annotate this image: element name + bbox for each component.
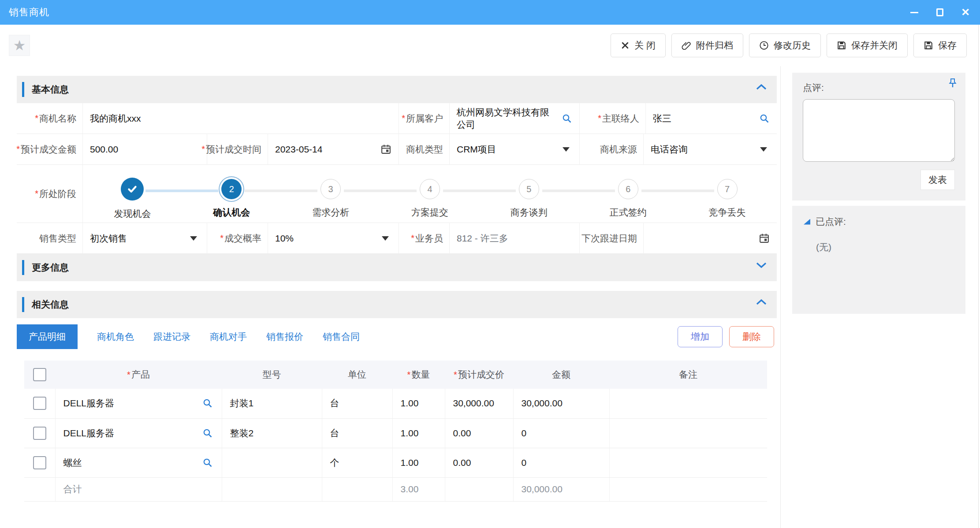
table-header-row: *产品 型号 单位 *数量 *预计成交价 金额 备注 (24, 361, 767, 389)
stage-step-3-circle[interactable]: 3 (320, 179, 341, 199)
opportunity-type-select[interactable]: CRM项目 (450, 134, 580, 165)
dropdown-caret-icon[interactable] (382, 236, 389, 241)
salesman-field: 812 - 许三多 (450, 223, 580, 254)
save-and-close-button[interactable]: 保存并关闭 (827, 33, 908, 57)
product-cell[interactable]: DELL服务器 (63, 397, 115, 409)
comment-textarea[interactable] (803, 99, 955, 162)
search-icon[interactable] (759, 113, 770, 124)
comment-card: 点评: 发表 (792, 73, 965, 201)
stage-step-6-circle[interactable]: 6 (618, 179, 638, 199)
model-cell[interactable]: 整装2 (222, 418, 322, 448)
tab-opportunity-role[interactable]: 商机角色 (97, 331, 134, 343)
unit-cell[interactable]: 个 (322, 448, 392, 477)
opportunity-source-value: 电话咨询 (651, 143, 756, 156)
chevron-up-icon[interactable] (756, 84, 767, 90)
dropdown-caret-icon[interactable] (760, 147, 767, 152)
expected-date-field[interactable]: 2023-05-14 (268, 134, 399, 165)
price-cell[interactable]: 0.00 (445, 448, 513, 477)
search-icon[interactable] (202, 428, 213, 439)
product-cell[interactable]: 螺丝 (63, 457, 82, 469)
model-cell[interactable]: 封装1 (222, 389, 322, 418)
tab-follow-record[interactable]: 跟进记录 (153, 331, 190, 343)
chevron-up-icon[interactable] (756, 299, 767, 305)
favorite-star-button[interactable]: ★ (9, 35, 30, 56)
unit-cell[interactable]: 台 (322, 418, 392, 448)
product-cell[interactable]: DELL服务器 (63, 427, 115, 439)
search-icon[interactable] (202, 457, 213, 468)
row-checkbox[interactable] (33, 427, 46, 440)
contact-label: *主联络人 (580, 103, 646, 134)
qty-cell[interactable]: 1.00 (392, 389, 445, 418)
dropdown-caret-icon[interactable] (563, 147, 570, 152)
window-controls: ✕ (909, 7, 971, 18)
clock-icon (759, 41, 769, 50)
customer-value: 杭州网易文学科技有限公司 (457, 106, 558, 131)
stage-step-5-circle[interactable]: 5 (519, 179, 539, 199)
calendar-icon[interactable] (380, 144, 391, 155)
paperclip-icon (682, 41, 691, 50)
pin-icon[interactable] (948, 78, 958, 89)
opportunity-name-field[interactable]: 我的商机xxx (83, 103, 399, 134)
search-icon[interactable] (562, 113, 572, 124)
delete-button[interactable]: 删除 (729, 326, 774, 347)
remark-cell[interactable] (609, 418, 767, 448)
col-product: *产品 (55, 361, 222, 389)
row-checkbox[interactable] (33, 397, 46, 410)
stage-step-7-circle[interactable]: 7 (717, 179, 738, 199)
model-cell[interactable] (222, 448, 322, 477)
unit-cell[interactable]: 台 (322, 389, 392, 418)
price-cell[interactable]: 0.00 (445, 418, 513, 448)
tab-sales-quote[interactable]: 销售报价 (266, 331, 303, 343)
close-icon[interactable]: ✕ (960, 7, 971, 18)
opportunity-type-value: CRM项目 (457, 143, 559, 156)
close-button[interactable]: 关 闭 (611, 33, 666, 57)
stage-step-2-circle[interactable]: 2 (221, 179, 242, 199)
window-titlebar: 销售商机 ✕ (0, 0, 980, 25)
calendar-icon[interactable] (759, 233, 770, 244)
section-more-info: 更多信息 (17, 254, 777, 281)
opportunity-source-select[interactable]: 电话咨询 (644, 134, 777, 165)
qty-cell[interactable]: 1.00 (392, 418, 445, 448)
stage-step-3: 3 需求分析 (281, 174, 380, 220)
related-info-title: 相关信息 (32, 298, 69, 311)
probability-select[interactable]: 10% (268, 223, 399, 254)
probability-label: *成交概率 (207, 223, 268, 254)
stage-step-1-circle[interactable] (121, 178, 144, 201)
tab-opportunity-rival[interactable]: 商机对手 (210, 331, 247, 343)
commented-card: 已点评: (无) (792, 206, 965, 314)
modify-history-label: 修改历史 (774, 39, 811, 52)
tab-sales-contract[interactable]: 销售合同 (323, 331, 360, 343)
attachment-archive-button[interactable]: 附件归档 (671, 33, 743, 57)
chevron-down-icon[interactable] (756, 262, 767, 268)
row-checkbox[interactable] (33, 456, 46, 469)
expected-amount-field[interactable]: 500.00 (83, 134, 207, 165)
next-follow-date-field[interactable] (644, 223, 777, 254)
customer-field[interactable]: 杭州网易文学科技有限公司 (450, 103, 580, 134)
minimize-icon[interactable] (909, 7, 920, 18)
stage-step-6: 6 正式签约 (578, 174, 678, 220)
dropdown-caret-icon[interactable] (190, 236, 197, 241)
add-button[interactable]: 增加 (678, 326, 723, 347)
close-button-label: 关 闭 (634, 39, 656, 52)
contact-field[interactable]: 张三 (646, 103, 777, 134)
remark-cell[interactable] (609, 448, 767, 477)
search-icon[interactable] (202, 398, 213, 409)
probability-value: 10% (275, 233, 378, 244)
modify-history-button[interactable]: 修改历史 (749, 33, 821, 57)
salesman-value: 812 - 许三多 (457, 232, 572, 245)
save-button[interactable]: 保存 (913, 33, 967, 57)
sales-type-select[interactable]: 初次销售 (83, 223, 207, 254)
price-cell[interactable]: 30,000.00 (445, 389, 513, 418)
stage-step-4-circle[interactable]: 4 (420, 179, 440, 199)
attachment-archive-label: 附件归档 (696, 39, 733, 52)
section-accent-bar (22, 260, 24, 275)
scrollbar-track[interactable] (978, 25, 979, 528)
expected-date-value: 2023-05-14 (275, 144, 377, 155)
tab-product-detail[interactable]: 产品明细 (17, 324, 78, 349)
remark-cell[interactable] (609, 389, 767, 418)
select-all-checkbox[interactable] (33, 368, 46, 381)
publish-button[interactable]: 发表 (920, 170, 955, 190)
maximize-icon[interactable] (934, 7, 946, 18)
commented-header[interactable]: 已点评: (804, 216, 954, 228)
qty-cell[interactable]: 1.00 (392, 448, 445, 477)
